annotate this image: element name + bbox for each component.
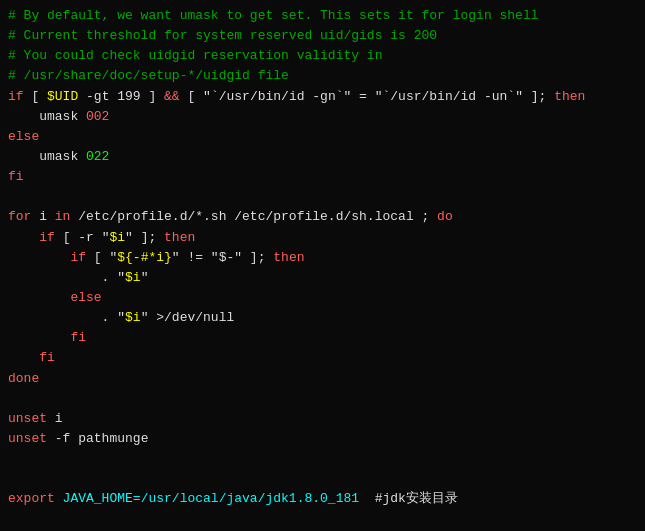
code-token: [8, 330, 70, 345]
code-line: done: [8, 369, 637, 389]
code-line: # /usr/share/doc/setup-*/uidgid file: [8, 66, 637, 86]
code-line: umask 022: [8, 147, 637, 167]
code-token: -gt 199 ]: [78, 89, 164, 104]
code-token: if: [70, 250, 86, 265]
code-token: umask: [8, 149, 86, 164]
code-line: [8, 510, 637, 530]
code-line: [8, 469, 637, 489]
code-line: # You could check uidgid reservation val…: [8, 46, 637, 66]
code-line: . "$i": [8, 268, 637, 288]
code-token: export: [8, 491, 55, 506]
code-token: do: [437, 209, 453, 224]
code-token: [: [24, 89, 47, 104]
code-line: [8, 449, 637, 469]
code-token: then: [273, 250, 304, 265]
code-line: unset -f pathmunge: [8, 429, 637, 449]
code-line: if [ "${-#*i}" != "$-" ]; then: [8, 248, 637, 268]
code-token: # By default, we want umask to get set.: [8, 8, 320, 23]
code-line: if [ $UID -gt 199 ] && [ "`/usr/bin/id -…: [8, 87, 637, 107]
code-token: #jdk安装目录: [375, 491, 458, 506]
code-token: in: [55, 209, 71, 224]
code-token: $i: [109, 230, 125, 245]
code-token: i: [47, 411, 63, 426]
code-token: JAVA_HOME=/usr/local/java/jdk1.8.0_181: [55, 491, 375, 506]
code-token: $i: [125, 310, 141, 325]
code-line: export JAVA_HOME=/usr/local/java/jdk1.8.…: [8, 489, 637, 509]
code-token: $UID: [47, 89, 78, 104]
code-token: /etc/profile.d/*.sh /etc/profile.d/sh.lo…: [70, 209, 437, 224]
code-token: ": [141, 270, 149, 285]
code-line: umask 002: [8, 107, 637, 127]
code-line: # By default, we want umask to get set. …: [8, 6, 637, 26]
code-line: else: [8, 127, 637, 147]
code-token: [ ": [86, 250, 117, 265]
code-token: $i: [125, 270, 141, 285]
code-token: i: [31, 209, 54, 224]
code-token: else: [8, 129, 39, 144]
code-token: then: [554, 89, 585, 104]
code-token: 002: [86, 109, 109, 124]
code-line: for i in /etc/profile.d/*.sh /etc/profil…: [8, 207, 637, 227]
code-token: then: [164, 230, 195, 245]
code-token: [ -r ": [55, 230, 110, 245]
code-token: if: [8, 89, 24, 104]
code-token: . ": [8, 310, 125, 325]
code-token: unset: [8, 431, 47, 446]
code-token: . ": [8, 270, 125, 285]
code-line: fi: [8, 348, 637, 368]
code-token: # You could check uidgid reservation val…: [8, 48, 382, 63]
code-line: unset i: [8, 409, 637, 429]
code-token: " ];: [125, 230, 164, 245]
code-token: " != "$-" ];: [172, 250, 273, 265]
code-token: 022: [86, 149, 109, 164]
code-token: [8, 350, 39, 365]
code-token: # Current threshold for system reserved …: [8, 28, 437, 43]
code-token: [ "`/usr/bin/id -gn`" = "`/usr/bin/id -u…: [180, 89, 554, 104]
code-line: if [ -r "$i" ]; then: [8, 228, 637, 248]
code-token: fi: [8, 169, 24, 184]
code-token: [8, 230, 39, 245]
code-line: fi: [8, 167, 637, 187]
code-token: [8, 250, 70, 265]
code-token: fi: [39, 350, 55, 365]
code-token: unset: [8, 411, 47, 426]
code-token: else: [70, 290, 101, 305]
code-token: " >/dev/null: [141, 310, 235, 325]
code-editor: # By default, we want umask to get set. …: [0, 0, 645, 531]
code-line: [8, 187, 637, 207]
code-line: fi: [8, 328, 637, 348]
code-token: if: [39, 230, 55, 245]
code-token: umask: [8, 109, 86, 124]
code-token: # /usr/share/doc/setup-*/uidgid file: [8, 68, 289, 83]
code-token: for: [8, 209, 31, 224]
code-token: ${-#*i}: [117, 250, 172, 265]
code-token: done: [8, 371, 39, 386]
code-line: . "$i" >/dev/null: [8, 308, 637, 328]
code-token: -f pathmunge: [47, 431, 148, 446]
code-token: fi: [70, 330, 86, 345]
code-line: [8, 389, 637, 409]
code-token: This: [320, 8, 351, 23]
code-line: # Current threshold for system reserved …: [8, 26, 637, 46]
code-token: sets it for login shell: [351, 8, 538, 23]
code-token: [8, 290, 70, 305]
code-line: else: [8, 288, 637, 308]
code-token: &&: [164, 89, 180, 104]
